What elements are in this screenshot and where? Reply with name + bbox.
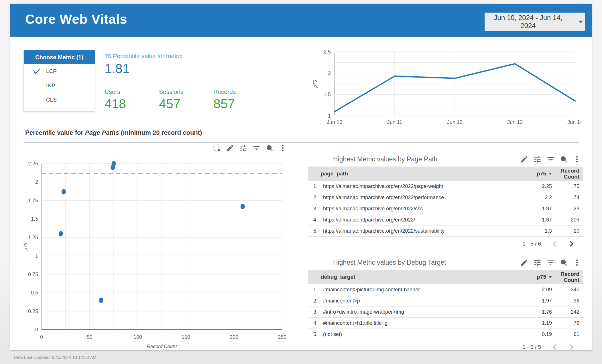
- table-page-path: Highest Metric values by Page Pathpage_p…: [308, 152, 583, 251]
- filter-icon[interactable]: [546, 258, 555, 267]
- table-title: Highest Metric values by Page Path: [333, 155, 437, 163]
- row-index: 1.: [308, 287, 318, 293]
- svg-text:1: 1: [35, 253, 38, 259]
- scatter-point[interactable]: [111, 165, 115, 170]
- metric-filter-title: Choose Metric (1): [24, 50, 95, 64]
- row-key: https://almanac.httparchive.org/en/2022/: [318, 217, 516, 223]
- row-count: 242: [552, 309, 583, 315]
- section-title: Percentile value for Page Paths (minimum…: [25, 129, 202, 136]
- row-index: 4.: [308, 320, 318, 326]
- row-key: #maincontent>h1.title.title-lg: [318, 320, 516, 326]
- svg-text:0: 0: [35, 327, 38, 333]
- svg-text:250: 250: [278, 334, 286, 340]
- scorecard-value: 418: [105, 96, 159, 111]
- pagination-prev-button: [551, 343, 559, 351]
- svg-text:Jun 14: Jun 14: [567, 119, 581, 125]
- metric-option-cls[interactable]: CLS: [24, 93, 95, 107]
- filter-icon[interactable]: [252, 144, 261, 152]
- scatter-point[interactable]: [99, 297, 103, 303]
- svg-text:1.75: 1.75: [28, 198, 38, 203]
- row-count: 75: [552, 183, 583, 189]
- scorecard-percentile-label: 75 Percentile value for metric: [105, 53, 182, 60]
- more-icon[interactable]: [279, 144, 287, 152]
- svg-text:Jun 10: Jun 10: [327, 119, 342, 125]
- column-header-count[interactable]: Record Count: [552, 168, 583, 180]
- scorecard-label: Sessions: [159, 88, 213, 95]
- explore-icon[interactable]: [560, 258, 568, 267]
- select-area-icon[interactable]: [213, 144, 221, 152]
- row-count: 74: [552, 195, 583, 200]
- svg-text:p75: p75: [313, 80, 318, 88]
- edit-icon[interactable]: [520, 258, 528, 267]
- check-placeholder: [32, 81, 41, 90]
- scatter-point[interactable]: [241, 204, 245, 209]
- table-header-row: page_pathp75Record Count: [308, 167, 583, 181]
- report-card: Core Web Vitals Jun 10, 2024 - Jun 14, 2…: [10, 4, 592, 350]
- row-index: 2.: [308, 195, 318, 201]
- svg-text:200: 200: [230, 334, 238, 340]
- row-p75: 2.2: [516, 195, 552, 201]
- row-count: 72: [552, 320, 583, 326]
- scorecard-value: 457: [159, 96, 213, 111]
- row-count: 36: [552, 298, 583, 304]
- metric-option-label: INP: [46, 82, 55, 89]
- row-p75: 2.09: [516, 287, 552, 293]
- row-key: #intro>div.intro-image-wrapper>img: [318, 309, 516, 315]
- column-header-metric[interactable]: p75: [516, 171, 552, 177]
- row-count: 61: [552, 331, 583, 337]
- date-range-picker[interactable]: Jun 10, 2024 - Jun 14, 2024: [485, 13, 585, 31]
- row-key: #maincontent>p: [318, 298, 516, 304]
- column-header-key[interactable]: page_path: [308, 171, 516, 177]
- svg-text:p75: p75: [23, 243, 28, 251]
- svg-text:1: 1: [328, 113, 331, 119]
- svg-text:Jun 12: Jun 12: [447, 119, 463, 125]
- metric-option-label: CLS: [46, 97, 57, 103]
- metric-option-inp[interactable]: INP: [24, 78, 95, 93]
- row-count: 23: [552, 206, 583, 211]
- column-header-metric[interactable]: p75: [516, 274, 552, 280]
- table-row: 1.#maincontent>picture>img.content-banne…: [308, 284, 583, 295]
- pagination-prev-button: [551, 240, 559, 248]
- metric-filter-list: LCPINPCLS: [24, 64, 95, 107]
- table-row: 4.#maincontent>h1.title.title-lg1.1972: [308, 318, 583, 329]
- row-p75: 1.97: [516, 298, 552, 304]
- column-header-count[interactable]: Record Count: [552, 271, 583, 283]
- table-row: 2.https://almanac.httparchive.org/en/202…: [308, 192, 583, 203]
- more-icon[interactable]: [573, 258, 581, 267]
- scatter-point[interactable]: [59, 231, 63, 236]
- row-p75: 1.19: [516, 320, 552, 326]
- svg-text:1.25: 1.25: [28, 235, 38, 240]
- row-p75: 1.87: [516, 206, 552, 212]
- filter-icon[interactable]: [546, 155, 555, 163]
- tune-icon[interactable]: [533, 258, 542, 267]
- row-p75: 1.3: [516, 228, 552, 234]
- edit-icon[interactable]: [226, 144, 234, 152]
- scorecard-percentile: 75 Percentile value for metric 1.81: [105, 53, 182, 76]
- column-header-key[interactable]: debug_target: [308, 274, 516, 280]
- row-count: 20: [552, 228, 583, 234]
- tune-icon[interactable]: [533, 155, 542, 163]
- row-key: (not set): [318, 331, 516, 337]
- svg-text:0.75: 0.75: [28, 272, 38, 277]
- explore-icon[interactable]: [560, 155, 568, 163]
- row-p75: 0.19: [516, 331, 552, 337]
- metric-option-lcp[interactable]: LCP: [24, 64, 95, 78]
- tune-icon[interactable]: [239, 144, 247, 152]
- table-row: 2.#maincontent>p1.9736: [308, 295, 583, 306]
- table-title: Highest Metric values by Debug Target: [333, 259, 446, 266]
- pagination-next-button[interactable]: [567, 240, 575, 248]
- table-toolbar: [520, 258, 581, 267]
- scatter-point[interactable]: [62, 189, 66, 194]
- scatter-chart-toolbar: [213, 144, 287, 152]
- table-row: 4.https://almanac.httparchive.org/en/202…: [308, 214, 583, 225]
- row-index: 3.: [308, 309, 318, 315]
- metric-filter: Choose Metric (1) LCPINPCLS: [23, 50, 95, 111]
- row-index: 5.: [308, 228, 318, 234]
- scorecard-row: Users418Sessions457Records857: [105, 88, 268, 111]
- explore-icon[interactable]: [265, 144, 274, 152]
- table-row: 3.https://almanac.httparchive.org/en/202…: [308, 203, 583, 214]
- edit-icon[interactable]: [520, 155, 528, 163]
- pagination-next-button: [567, 343, 575, 351]
- table-row: 1.https://almanac.httparchive.org/en/202…: [308, 181, 583, 192]
- more-icon[interactable]: [573, 155, 581, 163]
